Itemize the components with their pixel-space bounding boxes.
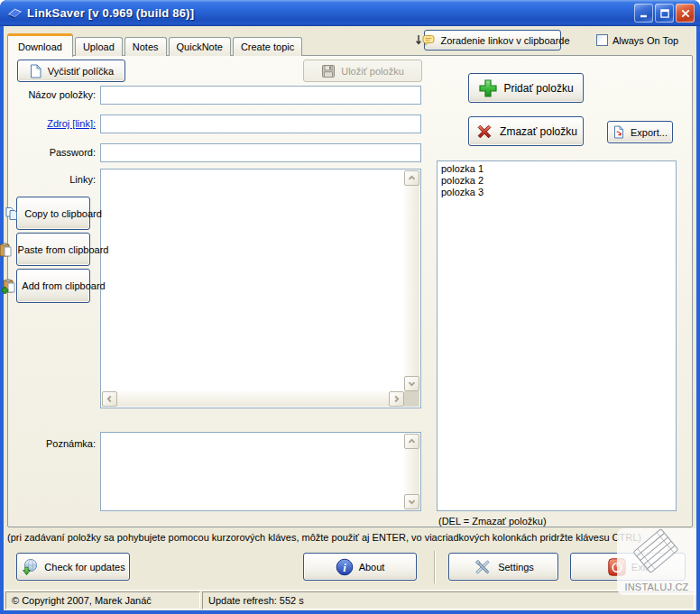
copy-to-clipboard-button[interactable]: Copy to clipboard [16,197,90,230]
delete-item-button[interactable]: Zmazať položku [468,116,584,146]
arrow-down-comment-icon [415,34,435,47]
keyboard-hint-text: (pri zadávaní položky sa pohybujete pomo… [7,532,689,543]
copy-pages-icon [5,206,19,221]
tab-create-topic[interactable]: Create topic [233,37,302,56]
settings-button[interactable]: Settings [448,553,558,581]
tab-download[interactable]: Download [7,33,73,57]
add-from-clipboard-button[interactable]: Add from clipboard [16,269,90,303]
source-input[interactable] [100,115,421,133]
items-listbox[interactable]: polozka 1 polozka 2 polozka 3 [437,160,677,511]
window-controls [634,4,695,23]
tools-icon [473,558,493,576]
list-item[interactable]: polozka 1 [441,163,672,175]
tab-upload[interactable]: Upload [75,37,123,56]
delete-key-hint: (DEL = Zmazať položku) [438,516,547,527]
source-link-label[interactable]: Zdroj [link]: [15,118,96,129]
book-icon [7,6,23,21]
scroll-up-icon[interactable] [404,170,419,186]
always-on-top-label: Always On Top [612,35,678,46]
client-area: Download Upload Notes QuickNote Create t… [4,26,696,610]
links-vertical-scrollbar[interactable] [404,170,419,391]
clipboard-icon [0,243,13,257]
window-title: LinkSaver [v 0.969 (build 86)] [27,6,194,20]
always-on-top[interactable]: Always On Top [596,34,678,46]
check-for-updates-button[interactable]: Check for updates [16,553,130,581]
name-input[interactable] [100,86,421,105]
clear-fields-button[interactable]: Vyčistiť políčka [17,60,125,82]
svg-text:i: i [343,560,346,573]
export-button[interactable]: Export... [607,121,673,143]
green-plus-icon [478,78,498,98]
note-vertical-scrollbar[interactable] [404,434,419,509]
tab-quicknote[interactable]: QuickNote [169,37,231,56]
note-textarea[interactable] [100,432,421,511]
paste-from-clipboard-button[interactable]: Paste from clipboard [16,233,90,266]
note-label: Poznámka: [15,438,96,449]
maximize-button[interactable] [655,4,674,23]
password-label: Password: [15,147,96,158]
minimize-button[interactable] [634,4,653,23]
download-tab-page: Vyčistiť políčka Uložiť položku Názov po… [7,55,693,527]
scroll-left-icon[interactable] [102,391,117,407]
scroll-right-icon[interactable] [389,391,404,407]
watermark-text: INSTALUJ.CZ [624,582,688,592]
status-bar: © Copyright 2007, Marek Janáč Update ref… [4,590,696,610]
page-red-arrow-icon [612,125,625,139]
links-horizontal-scrollbar[interactable] [102,391,404,407]
app-window: LinkSaver [v 0.969 (build 86)] Download … [0,0,700,614]
new-document-icon [29,64,42,78]
floppy-disk-icon [321,64,336,78]
tab-bar: Download Upload Notes QuickNote Create t… [7,32,302,56]
name-label: Názov položky: [15,89,96,100]
instaluj-stamp-icon [630,527,682,575]
tab-notes[interactable]: Notes [124,37,167,56]
add-item-button[interactable]: Pridať položku [468,73,584,103]
password-input[interactable] [100,143,421,162]
scroll-down-icon[interactable] [404,376,419,391]
info-icon: i [336,558,354,576]
save-item-button[interactable]: Uložiť položku [303,60,422,82]
titlebar[interactable]: LinkSaver [v 0.969 (build 86)] [0,0,700,26]
scroll-down-icon[interactable] [404,494,419,509]
links-label: Linky: [15,174,96,185]
button-separator [434,551,436,583]
scroll-up-icon[interactable] [404,434,419,449]
sort-clipboard-button[interactable]: Zoradenie linkov v clipboarde [424,30,561,50]
links-textarea[interactable] [100,169,421,408]
about-button[interactable]: i About [303,553,417,581]
always-on-top-checkbox[interactable] [596,34,608,46]
globe-download-icon [21,558,39,576]
close-button[interactable] [676,4,695,23]
copyright-panel: © Copyright 2007, Marek Janáč [5,591,200,609]
list-item[interactable]: polozka 3 [441,187,672,198]
clipboard-plus-icon [1,279,16,294]
list-item[interactable]: polozka 2 [441,175,672,187]
red-cross-icon [474,122,494,142]
instaluj-watermark: INSTALUJ.CZ [617,528,696,595]
scrollbar-corner [404,391,419,407]
